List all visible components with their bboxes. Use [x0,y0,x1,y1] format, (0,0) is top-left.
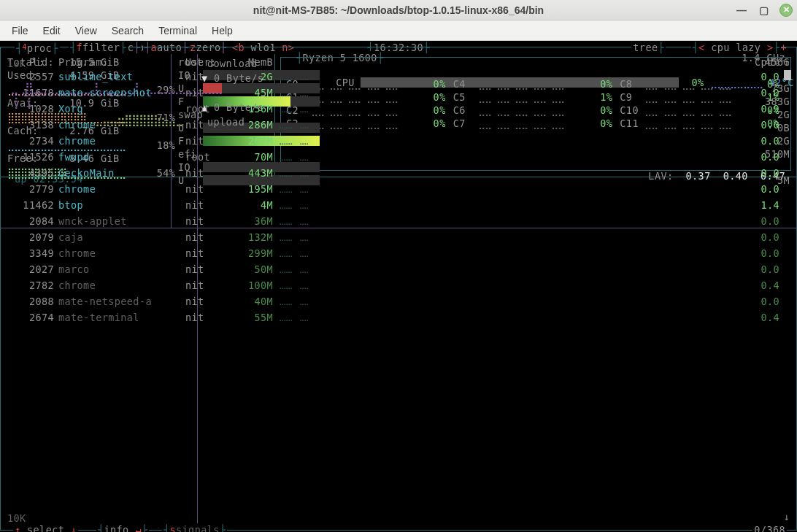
net-iface[interactable]: <b wlo1 n> [231,41,296,54]
proc-row[interactable]: 11526fwupdroot70M⣀⣀⣀ ⣀⣀0.0 [9,150,790,163]
proc-row[interactable]: 2027marconit50M⣀⣀⣀ ⣀⣀0.0 [9,263,790,276]
menubar: File Edit View Search Terminal Help [0,20,797,41]
proc-row[interactable]: 3349chromenit299M⣀⣀⣀ ⣀⣀0.0 [9,247,790,260]
proc-row[interactable]: 2088mate-netspeed-anit40M⣀⣀⣀ ⣀⣀0.0 [9,295,790,308]
close-icon[interactable]: ✕ [779,4,793,17]
maximize-icon[interactable]: ▢ [758,4,769,16]
proc-row[interactable]: 2779chromenit195M⣀⣀⣀ ⣀⣀0.0 [9,182,790,196]
net-panel: ┤3net├ ┤ssync├ ┤aauto├ zzero <b wlo1 n> … [4,372,355,486]
net-zero[interactable]: zzero [188,41,223,54]
proc-row[interactable]: 2079cajanit132M⣀⣀⣀ ⣀⣀0.0 [9,231,790,244]
scroll-down-icon[interactable]: ↓ [783,510,790,523]
minimize-icon[interactable]: — [736,4,747,16]
proc-row[interactable]: 2782chromenit100M⣀⣀⣀ ⣀⣀0.4 [9,279,790,292]
menu-view[interactable]: View [68,22,104,39]
window-title: nit@nit-MS-7B85: ~/Downloads/btop-1.0.15… [253,4,544,16]
proc-footer-count: 0/368 [752,523,787,532]
proc-footer-signals[interactable]: ┤ssignals├ [162,523,227,532]
proc-row[interactable]: 11462btopnit4M⣀⣀⣀ ⣀⣀1.4 [9,198,790,212]
scrollbar-thumb[interactable] [784,70,791,80]
proc-row[interactable]: 4395GeckoMainnit443M⣀⣀⣀ ⣀⣀0.0 [9,166,790,180]
menu-search[interactable]: Search [104,22,151,39]
menu-file[interactable]: File [4,22,36,39]
proc-row[interactable]: 1028Xorgroot156M⣀⣀⣀ ⣀⣀0.9 [9,102,790,115]
proc-tree[interactable]: tree├ [631,41,666,54]
window-controls: — ▢ ✕ [736,4,793,17]
terminal-window: nit@nit-MS-7B85: ~/Downloads/btop-1.0.15… [0,0,797,532]
proc-row[interactable]: 11678mate-screenshotnit45M⣀⣀⣀ ⣀⣀0.0 [9,86,790,99]
proc-sort[interactable]: ┤< cpu lazy >├ [691,41,781,54]
proc-tab[interactable]: ┤4proc├ [15,41,60,55]
proc-row[interactable]: 2557sublime_textnit2G⣀⣀⣀ ⣀⣀0.0 [9,70,790,83]
menu-terminal[interactable]: Terminal [151,22,204,39]
proc-row[interactable]: 2734chromenit267M⣀⣀⣀ ⣀⣀0.0 [9,134,790,147]
proc-header: Pid: Program: User: MemB Cpu% ↑ [9,55,790,69]
net-auto[interactable]: ┤aauto├ [143,41,190,54]
menu-edit[interactable]: Edit [36,22,68,39]
menu-help[interactable]: Help [204,22,240,39]
terminal-content[interactable]: ┤1cpu├ ┤mmenu├ ┤ppreset * ┤16:32:30├ - 2… [0,41,797,532]
proc-row[interactable]: 2084wnck-appletnit36M⣀⣀⣀ ⣀⣀0.0 [9,215,790,228]
proc-filter[interactable]: ┤ffilter├ [69,41,128,54]
proc-footer-select[interactable]: ↑ select ↓ [13,523,78,532]
titlebar[interactable]: nit@nit-MS-7B85: ~/Downloads/btop-1.0.15… [0,0,797,20]
proc-row[interactable]: 2674mate-terminalnit55M⣀⣀⣀ ⣀⣀0.4 [9,311,790,324]
proc-row[interactable]: 3138chromenit286M⣀⣀⣀ ⣀⣀0.0 [9,118,790,131]
proc-footer-info[interactable]: ┤info ↵├ [96,523,149,532]
